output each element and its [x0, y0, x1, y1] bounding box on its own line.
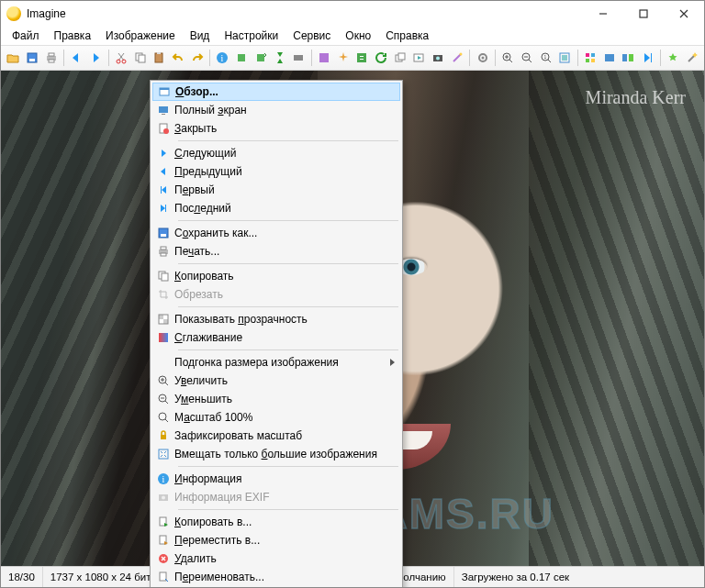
favorites-button[interactable] — [665, 49, 682, 67]
cm-fit-image[interactable]: Подгонка размера изображения — [152, 353, 400, 372]
menu-window[interactable]: Окно — [338, 28, 378, 44]
copy-button[interactable] — [131, 49, 149, 67]
menu-image[interactable]: Изображение — [98, 28, 183, 44]
convert-button[interactable] — [353, 49, 371, 67]
cm-exif: Информация EXIF — [152, 488, 400, 506]
save-button[interactable] — [24, 49, 41, 67]
cm-label: Копировать — [174, 270, 391, 283]
effects-button[interactable] — [316, 49, 333, 67]
slideshow-button[interactable] — [410, 49, 428, 67]
maximize-button[interactable] — [623, 1, 664, 27]
cm-label: Предыдущий — [174, 165, 391, 178]
paste-button[interactable] — [151, 49, 168, 67]
cm-lock-zoom[interactable]: Зафиксировать масштаб — [152, 427, 400, 445]
cm-transparency[interactable]: Показывать прозрачность — [152, 310, 400, 328]
cm-rename[interactable]: Переименовать... — [152, 568, 400, 586]
menu-file[interactable]: Файл — [5, 28, 47, 44]
smoothing-icon — [152, 331, 174, 344]
last-icon — [152, 202, 174, 215]
cm-label: Печать... — [174, 245, 391, 258]
browse-icon — [153, 85, 175, 98]
svg-rect-39 — [629, 54, 633, 61]
cm-smoothing[interactable]: Сглаживание — [152, 328, 400, 347]
zoom-100-button[interactable]: 1 — [537, 49, 554, 67]
svg-rect-5 — [49, 60, 54, 62]
svg-rect-17 — [319, 53, 329, 62]
toolbar-separator — [577, 50, 578, 66]
exif-icon — [152, 491, 174, 504]
crop-icon — [152, 288, 174, 301]
redo-button[interactable] — [188, 49, 206, 67]
fit-button[interactable] — [556, 49, 574, 67]
prev-button[interactable] — [68, 49, 85, 67]
status-index: 18/30 — [1, 567, 43, 587]
cm-copy[interactable]: Копировать — [152, 267, 400, 285]
thumbnails-button[interactable] — [582, 49, 599, 67]
menu-separator — [178, 509, 398, 510]
sparkle-button[interactable] — [334, 49, 352, 67]
zoom-out-icon — [152, 393, 174, 405]
cm-move-to[interactable]: Переместить в... — [152, 531, 400, 549]
first-icon — [152, 183, 174, 196]
cut-button[interactable] — [112, 49, 129, 67]
cm-label: Обрезать — [174, 288, 391, 301]
dual-view-button[interactable] — [620, 49, 637, 67]
menu-help[interactable]: Справка — [378, 28, 436, 44]
cm-label: Переименовать... — [174, 571, 391, 583]
svg-text:i: i — [221, 53, 224, 63]
cm-print[interactable]: Печать... — [152, 242, 400, 261]
flip-horiz-button[interactable] — [290, 49, 308, 67]
svg-rect-47 — [161, 234, 166, 237]
cm-first[interactable]: Первый — [152, 181, 400, 199]
menu-service[interactable]: Сервис — [285, 28, 338, 44]
open-button[interactable] — [5, 49, 22, 67]
svg-rect-43 — [162, 114, 165, 115]
cm-fullscreen[interactable]: Полный экран — [152, 101, 400, 119]
menu-settings[interactable]: Настройки — [217, 28, 285, 44]
menu-bar: Файл Правка Изображение Вид Настройки Се… — [1, 27, 704, 45]
cm-zoom-100[interactable]: Масштаб 100% — [152, 408, 400, 427]
cm-prev[interactable]: Предыдущий — [152, 162, 400, 181]
svg-rect-34 — [591, 53, 595, 57]
menu-separator — [178, 466, 398, 467]
batch-button[interactable] — [391, 49, 408, 67]
cm-delete[interactable]: Удалить — [152, 549, 400, 568]
zoom-in-button[interactable] — [499, 49, 517, 67]
undo-button[interactable] — [170, 49, 187, 67]
next-button[interactable] — [87, 49, 105, 67]
cm-zoom-in[interactable]: Увеличить — [152, 372, 400, 390]
gear-button[interactable] — [474, 49, 491, 67]
info-button[interactable]: i — [214, 49, 231, 67]
cm-info[interactable]: i Информация — [152, 470, 400, 488]
refresh-button[interactable] — [373, 49, 390, 67]
print-button[interactable] — [42, 49, 60, 67]
close-button[interactable] — [664, 1, 704, 27]
svg-rect-53 — [159, 315, 163, 319]
menu-view[interactable]: Вид — [183, 28, 218, 44]
cm-label: Закрыть — [174, 122, 391, 135]
rotate-right-button[interactable] — [252, 49, 269, 67]
magic-button[interactable] — [683, 49, 700, 67]
cm-close[interactable]: Закрыть — [152, 119, 400, 138]
cm-browse[interactable]: Обзор... — [152, 83, 400, 101]
fullscreen-button[interactable] — [600, 49, 618, 67]
cm-copy-to[interactable]: Копировать в... — [152, 513, 400, 531]
lock-icon — [152, 429, 174, 442]
screenshot-button[interactable] — [430, 49, 447, 67]
minimize-button[interactable] — [583, 1, 623, 27]
flip-vert-button[interactable] — [271, 49, 288, 67]
cm-last[interactable]: Последний — [152, 199, 400, 217]
cm-next[interactable]: Следующий — [152, 144, 400, 162]
cm-zoom-out[interactable]: Уменьшить — [152, 390, 400, 408]
transparency-icon — [152, 313, 174, 326]
cm-label: Следующий — [174, 147, 391, 160]
zoom-out-button[interactable] — [519, 49, 536, 67]
menu-separator — [178, 263, 398, 264]
svg-rect-33 — [586, 53, 589, 57]
rotate-left-button[interactable] — [233, 49, 251, 67]
wand-button[interactable] — [449, 49, 466, 67]
last-button[interactable] — [639, 49, 656, 67]
menu-edit[interactable]: Правка — [47, 28, 99, 44]
cm-fit-large-only[interactable]: Вмещать только большие изображения — [152, 445, 400, 463]
cm-save-as[interactable]: Сохранить как... — [152, 224, 400, 242]
